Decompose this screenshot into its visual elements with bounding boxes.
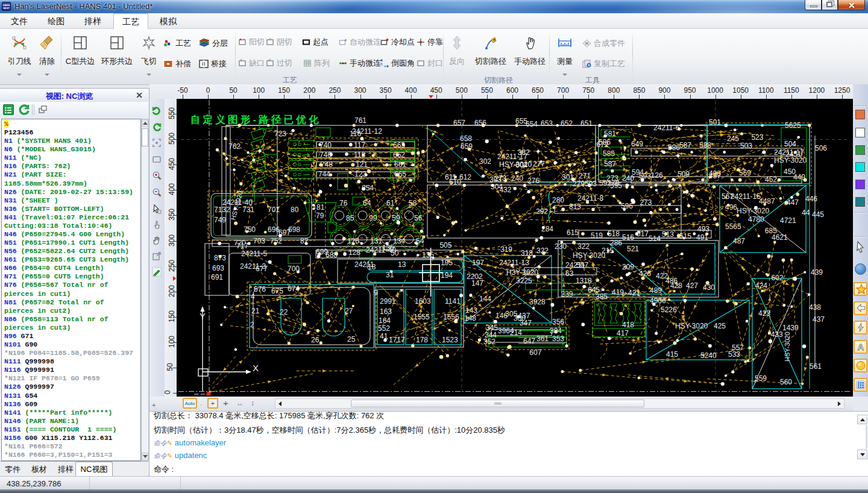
svg-text:322: 322	[536, 246, 549, 255]
svg-text:81: 81	[316, 203, 325, 212]
svg-text:587: 587	[604, 160, 616, 168]
svg-text:649: 649	[631, 140, 643, 148]
svg-text:195: 195	[441, 259, 453, 267]
svg-text:1603: 1603	[415, 297, 431, 306]
svg-text:352: 352	[483, 338, 495, 346]
svg-text:279: 279	[573, 180, 585, 188]
svg-text:82: 82	[300, 237, 309, 245]
svg-text:4: 4	[251, 292, 255, 301]
svg-text:HSY-3020: HSY-3020	[737, 207, 770, 215]
svg-text:13: 13	[398, 260, 406, 269]
svg-text:2991: 2991	[380, 297, 396, 306]
svg-text:515: 515	[679, 232, 691, 240]
svg-text:569: 569	[739, 169, 751, 177]
svg-text:749: 749	[214, 216, 226, 224]
svg-text:178: 178	[416, 336, 428, 344]
svg-text:418: 418	[622, 321, 634, 329]
svg-text:280: 280	[552, 196, 564, 204]
svg-text:1439: 1439	[782, 324, 799, 332]
svg-text:4721: 4721	[780, 216, 796, 225]
svg-text:651: 651	[580, 119, 593, 128]
svg-text:239: 239	[561, 290, 573, 298]
svg-text:146: 146	[495, 312, 508, 320]
svg-text:163: 163	[380, 307, 392, 316]
svg-text:5240: 5240	[700, 351, 717, 360]
svg-text:723: 723	[274, 130, 286, 138]
svg-text:437: 437	[813, 315, 825, 324]
svg-text:662: 662	[393, 151, 405, 159]
svg-text:286: 286	[610, 239, 622, 247]
svg-text:4621: 4621	[772, 233, 788, 242]
svg-text:496: 496	[725, 203, 737, 212]
svg-text:586: 586	[599, 138, 611, 146]
svg-text:652: 652	[561, 119, 573, 128]
svg-text:516: 516	[622, 233, 634, 242]
svg-text:240: 240	[511, 174, 523, 183]
svg-text:A: A	[858, 342, 864, 352]
svg-text:2: 2	[250, 321, 254, 329]
svg-text:41: 41	[380, 332, 388, 341]
svg-text:697: 697	[278, 228, 291, 237]
svg-text:487: 487	[733, 237, 745, 245]
svg-text:21: 21	[251, 307, 260, 315]
svg-text:552: 552	[378, 324, 390, 333]
svg-text:503: 503	[740, 142, 752, 150]
svg-text:25: 25	[347, 335, 356, 344]
svg-text:674: 674	[288, 284, 300, 293]
svg-text:24211-17: 24211-17	[497, 152, 527, 161]
svg-text:24211-15: 24211-15	[731, 192, 761, 201]
svg-text:1555: 1555	[414, 313, 430, 321]
svg-text:581: 581	[604, 130, 616, 138]
svg-text:658: 658	[460, 134, 472, 143]
svg-text:3928: 3928	[529, 298, 546, 306]
svg-text:491: 491	[696, 233, 708, 242]
svg-text:663: 663	[393, 141, 405, 149]
svg-text:24211-6: 24211-6	[653, 124, 679, 132]
svg-text:H3Y-3020: H3Y-3020	[506, 268, 538, 277]
svg-text:3225: 3225	[516, 277, 532, 285]
svg-text:703: 703	[253, 237, 265, 245]
svg-text:610: 610	[449, 178, 461, 186]
svg-text:1717: 1717	[389, 336, 405, 344]
svg-text:18: 18	[368, 263, 376, 271]
svg-text:302: 302	[479, 157, 491, 166]
svg-text:593: 593	[639, 172, 651, 180]
svg-text:653: 653	[541, 119, 553, 128]
svg-text:HSY-3020: HSY-3020	[499, 160, 532, 169]
svg-text:452: 452	[765, 175, 777, 184]
svg-text:24211: 24211	[565, 261, 585, 269]
svg-text:123: 123	[354, 170, 366, 178]
svg-text:762: 762	[228, 142, 241, 151]
svg-text:126: 126	[651, 171, 663, 180]
svg-text:X: X	[253, 363, 259, 373]
svg-text:9: 9	[374, 289, 378, 297]
svg-text:76: 76	[339, 199, 348, 207]
svg-text:HSY-3020: HSY-3020	[573, 251, 606, 260]
svg-text:513: 513	[662, 230, 674, 239]
svg-text:506: 506	[815, 144, 827, 152]
svg-text:230: 230	[555, 242, 567, 251]
svg-text:4906: 4906	[650, 297, 666, 305]
svg-text:423: 423	[758, 309, 770, 318]
svg-text:560: 560	[780, 378, 792, 386]
svg-text:677: 677	[256, 265, 268, 273]
svg-text:717: 717	[236, 242, 248, 250]
svg-text:439: 439	[811, 268, 823, 277]
svg-text:430: 430	[703, 283, 715, 292]
svg-text:688: 688	[326, 251, 338, 259]
svg-text:4487: 4487	[759, 197, 775, 206]
svg-text:292: 292	[536, 207, 548, 216]
svg-text:31: 31	[386, 271, 394, 279]
svg-text:813: 813	[569, 203, 581, 211]
svg-text:197: 197	[472, 259, 484, 267]
svg-text:595: 595	[610, 181, 622, 190]
svg-text:449: 449	[793, 173, 805, 181]
svg-text:438: 438	[809, 303, 821, 312]
svg-text:596: 596	[621, 202, 633, 210]
svg-text:79: 79	[316, 212, 324, 220]
svg-text:693: 693	[212, 264, 224, 272]
svg-text:27: 27	[345, 307, 353, 315]
svg-text:394: 394	[550, 327, 562, 335]
svg-text:661: 661	[394, 160, 406, 169]
svg-text:657: 657	[453, 119, 465, 127]
